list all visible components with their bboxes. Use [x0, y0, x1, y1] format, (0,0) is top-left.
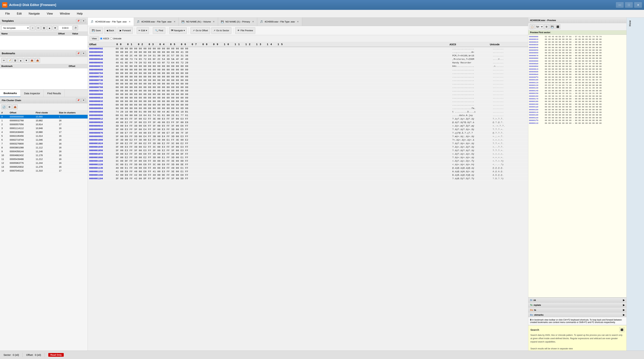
preview-settings-button[interactable]: ⚙ [544, 24, 549, 29]
tab-data-inspector[interactable]: Data Inspector [20, 90, 44, 97]
template-edit-button[interactable]: ✏ [36, 26, 41, 30]
hex-data-row[interactable]: 0000000688 00 00 00 00 00 00 00 00 00 00… [88, 68, 528, 72]
hex-data-row[interactable]: 0000001184 3F 00 E0 FF 42 00 DF FF 3F 00… [88, 177, 528, 180]
hex-data-row[interactable]: 0000000992 3F 00 E6 FF 3D 00 E4 FF 3B 00… [88, 135, 528, 138]
minimize-button[interactable]: — [616, 2, 624, 8]
hex-data-row[interactable]: 0000000736 00 00 00 00 00 00 00 00 00 00… [88, 79, 528, 82]
table-row[interactable]: 2 00000557056 10,914 17 [0, 122, 88, 126]
table-row[interactable]: 8 00003801088 11,112 16 [0, 146, 88, 150]
hex-data-row[interactable]: 0000000656 48 61 6E 64 79 20 52 65 65 63… [88, 61, 528, 64]
template-down-button[interactable]: ▼ [53, 26, 58, 30]
table-row[interactable]: 3 00001114112 10,948 16 [0, 126, 88, 130]
bookmark-down-button[interactable]: ▼ [24, 58, 29, 63]
hex-data-row[interactable]: 0000001104 3C 00 DF FF 3F 00 E0 FF 3D 00… [88, 160, 528, 163]
hex-data-row[interactable]: 0000001072 3D 00 E2 FF 3F 00 E0 FF 3D 00… [88, 152, 528, 156]
table-row[interactable]: 10 00004882432 11,178 16 [0, 154, 88, 157]
cluster-refresh-button[interactable]: 🔄 [2, 104, 6, 109]
file-tab-4[interactable]: 🎵 4CH000t.wav - File Type .wav ✕ [257, 18, 302, 26]
unicode-radio[interactable] [110, 38, 112, 40]
data-section-header[interactable]: Da ta ▶ [528, 308, 626, 312]
hex-data-row[interactable]: 0000000592 00 00 00 00 00 00 00 00 00 00… [88, 47, 528, 50]
file-tab-3[interactable]: 💾 NO NAME (3:) - Primary ✕ [218, 18, 257, 26]
bookmark-add-button[interactable]: ✏ [2, 58, 6, 63]
menu-view[interactable]: View [44, 11, 56, 16]
bookmark-delete-button[interactable]: 🗑 [13, 58, 18, 63]
tab-find-results[interactable]: Find Results [44, 90, 64, 97]
file-tab-close-4[interactable]: ✕ [296, 20, 300, 23]
hex-data-row[interactable]: 0000000720 00 00 00 00 00 00 00 00 00 00… [88, 75, 528, 79]
bookmarks-close-button[interactable]: ✕ [81, 52, 86, 55]
hex-data-row[interactable]: 0000000896 00 61 00 00 00 10 64 61 74 61… [88, 114, 528, 117]
table-row[interactable]: 12 00005963776 11,244 16 [0, 161, 88, 165]
menu-navigate[interactable]: Navigate [26, 11, 43, 16]
time-apply-button[interactable]: ⏱ [73, 26, 78, 30]
hex-data-row[interactable]: 0000000704 00 00 00 00 00 00 00 00 00 00… [88, 72, 528, 75]
preview-expand-button[interactable]: ⬛ [555, 24, 560, 29]
forward-button[interactable]: ▶ Forward [118, 27, 133, 34]
file-tab-close-3[interactable]: ✕ [252, 20, 254, 23]
hex-data-row[interactable]: 0000000944 3D 00 E4 FF 3D 00 E6 FF 3F 00… [88, 124, 528, 128]
table-row[interactable]: 14 00007045120 11,310 17 [0, 169, 88, 173]
hex-data-row[interactable]: 0000001024 3F 00 E2 FF 3F 00 E2 FF 3D 00… [88, 142, 528, 145]
file-tab-0[interactable]: 🎵 4CH001M.wav - File Type .wav ✕ [88, 18, 134, 26]
file-tab-close-0[interactable]: ✕ [128, 20, 131, 23]
file-tab-close-2[interactable]: ✕ [212, 20, 216, 23]
bookmark-section-header[interactable]: Bo okmarks ▶ [528, 312, 626, 317]
bookmarks-pin-button[interactable]: 📌 [76, 52, 80, 55]
hex-data-row[interactable]: 0000001168 42 00 E0 FF 42 00 E0 FF 40 00… [88, 174, 528, 177]
table-row[interactable]: 5 00002195456 11,014 16 [0, 134, 88, 138]
tab-bookmarks[interactable]: Bookmarks [0, 90, 20, 97]
table-row[interactable]: 13 00006520832 11,278 16 [0, 165, 88, 169]
close-button[interactable]: ✕ [634, 2, 642, 8]
hex-data-row[interactable]: 0000000816 00 00 00 00 00 00 00 00 00 00… [88, 96, 528, 100]
hex-data-row[interactable]: 0000001088 3F 00 E2 FF 3D 00 E2 FF 3D 00… [88, 156, 528, 160]
hex-data-row[interactable]: 0000001040 3F 00 E3 FF 3D 00 E2 FF 3C 00… [88, 145, 528, 149]
bookmark-import-button[interactable]: 📥 [30, 58, 34, 63]
template-delete-button[interactable]: 🗑 [42, 26, 46, 30]
goto-sector-button[interactable]: ↗ Go to Sector [211, 27, 232, 34]
hex-data-row[interactable]: 0000000880 74 20 10 00 00 01 00 00 02 00… [88, 110, 528, 114]
table-row[interactable]: 9 00004358144 11,146 16 [0, 150, 88, 154]
table-row[interactable]: 7 00003276800 11,080 16 [0, 142, 88, 146]
table-row[interactable]: 6 00002719744 11,046 16 [0, 138, 88, 142]
bookmark-edit-button[interactable]: 📝 [7, 58, 12, 63]
table-row[interactable]: 11 00005439488 11,212 16 [0, 157, 88, 161]
hex-data-row[interactable]: 0000000608 00 00 00 2C 00 00 00 00 00 00… [88, 50, 528, 54]
time-input[interactable] [58, 26, 72, 30]
bookmark-export-button[interactable]: 📤 [35, 58, 40, 63]
hex-data-row[interactable]: 0000000912 3F 00 E5 FF 3F 00 E2 FF 3E 00… [88, 117, 528, 121]
file-tab-1[interactable]: 🎵 4CH000t.wav - File Type .wav ✕ [134, 18, 179, 26]
hex-data-row[interactable]: 0000000976 3F 00 E7 FF 3F 40 00 E5 FF 3F… [88, 131, 528, 135]
template-section-header[interactable]: Te mplate ▶ [528, 303, 626, 308]
edit-dropdown[interactable]: ✏ Edit ▾ [136, 27, 149, 34]
cluster-pin-button[interactable]: 📌 [76, 98, 80, 102]
bookmark-up-button[interactable]: ▲ [18, 58, 23, 63]
hex-data-row[interactable]: 0000000928 40 00 E2 FF 3F 00 E3 FF 3F 40… [88, 121, 528, 124]
hex-data-row[interactable]: 0000000672 48 34 6E 00 00 00 00 00 00 00… [88, 64, 528, 68]
hex-data-row[interactable]: 0000000624 50 43 4D 2C 46 3D 34 34 31 30… [88, 54, 528, 58]
preview-copy-button[interactable]: 📋 [530, 24, 534, 29]
preview-save-button[interactable]: 💾 [550, 24, 555, 29]
hex-data-row[interactable]: 0000000960 3F 00 E3 FF 3F 00 E4 FF 3F 00… [88, 128, 528, 131]
templates-close-button[interactable]: ✕ [81, 19, 86, 23]
menu-window[interactable]: Window [57, 11, 73, 16]
hex-data-row[interactable]: 0000000800 00 00 00 00 00 00 00 00 00 00… [88, 93, 528, 96]
goto-offset-button[interactable]: ↗ Go to Offset [190, 27, 210, 34]
preview-size-select[interactable]: 8pt10pt12pt [535, 24, 544, 29]
cluster-close-button[interactable]: ✕ [81, 98, 86, 102]
navigate-dropdown[interactable]: 🗺 Navigate ▾ [169, 27, 187, 34]
hex-data-row[interactable]: 0000000640 2C 4D 3D 73 74 65 72 65 6F 2C… [88, 58, 528, 61]
hex-data-row[interactable]: 0000000784 00 00 00 00 00 00 00 00 00 00… [88, 89, 528, 93]
hex-data-row[interactable]: 0000000848 00 00 00 00 00 00 00 00 00 00… [88, 103, 528, 107]
hex-data-row[interactable]: 0000001008 3F 3D 00 E2 FF 3D 00 E2 FF 3D… [88, 138, 528, 142]
table-row[interactable]: 0 00000000000 10,880 1 [0, 115, 88, 119]
maximize-button[interactable]: □ [625, 2, 633, 8]
hex-data-row[interactable]: 0000000832 00 00 00 00 00 00 00 00 00 00… [88, 100, 528, 103]
cluster-settings-button[interactable]: ⚙ [7, 104, 12, 109]
hex-data-row[interactable]: 0000000768 00 00 00 00 00 00 00 00 00 00… [88, 86, 528, 89]
view-button[interactable]: View [90, 36, 99, 41]
file-tab-close-1[interactable]: ✕ [173, 20, 176, 23]
hex-data-row[interactable]: 0000001120 3C 00 E1 FF 3D 00 E0 FF 3C 00… [88, 163, 528, 166]
disk-section-header[interactable]: Di sk ▶ [528, 298, 626, 302]
hex-data-row[interactable]: 0000001136 40 00 E1 FF 40 00 E0 FF 40 00… [88, 166, 528, 170]
